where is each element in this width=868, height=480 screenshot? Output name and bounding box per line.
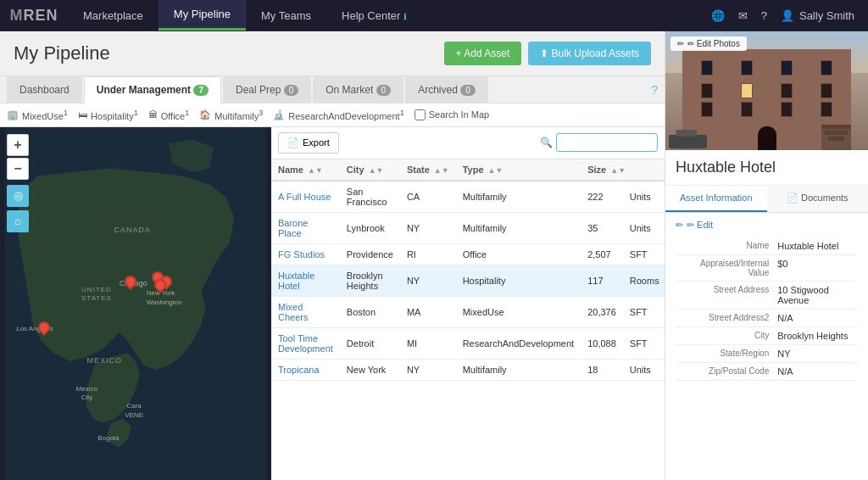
tab-documents[interactable]: 📄 Documents xyxy=(767,186,869,212)
table-row[interactable]: Tropicana New York NY Multifamily 18 Uni… xyxy=(271,359,665,380)
bogota-label: Bogotá xyxy=(97,434,119,442)
state-cell: MI xyxy=(400,327,456,359)
tab-on-market[interactable]: On Market 0 xyxy=(313,76,403,103)
tab-deal-prep[interactable]: Deal Prep 0 xyxy=(223,76,311,103)
asset-name-link[interactable]: A Full House xyxy=(278,192,331,202)
search-icon: 🔍 xyxy=(540,137,553,148)
filter-search-map[interactable]: Search In Map xyxy=(415,109,490,120)
state-cell: NY xyxy=(400,212,456,243)
unit-cell: SFT xyxy=(623,296,665,327)
canada-label: CANADA xyxy=(114,226,151,234)
search-input[interactable] xyxy=(556,133,658,152)
map-controls: + − ◎ ⌂ xyxy=(7,134,29,232)
right-panel-tabs: Asset Information 📄 Documents xyxy=(665,186,868,213)
filter-mixed-use[interactable]: 🏢 MixedUse1 xyxy=(7,109,68,121)
info-row: Name Huxtable Hotel xyxy=(676,237,858,255)
unit-cell: SFT xyxy=(623,327,665,359)
tab-archived[interactable]: Archived 0 xyxy=(405,76,488,103)
edit-photos-button[interactable]: ✏ ✏ Edit Photos xyxy=(670,36,747,51)
table-row[interactable]: Mixed Cheers Boston MA MixedUse 20,376 S… xyxy=(271,296,665,327)
field-label: Name xyxy=(676,237,776,255)
filter-hospitality[interactable]: 🛏 Hospitality1 xyxy=(78,109,138,121)
filter-row: 🏢 MixedUse1 🛏 Hospitality1 🏛 Office1 🏠 M… xyxy=(0,103,665,127)
col-city[interactable]: City ▲▼ xyxy=(340,159,400,181)
table-row[interactable]: FG Studios Providence RI Office 2,507 SF… xyxy=(271,243,665,265)
tab-help-icon[interactable]: ? xyxy=(651,83,658,97)
nav-help-center[interactable]: Help Center ℹ xyxy=(326,0,422,31)
help-icon[interactable]: ? xyxy=(761,9,767,22)
nav-marketplace[interactable]: Marketplace xyxy=(68,0,159,31)
search-map-checkbox[interactable] xyxy=(415,109,426,120)
user-icon: 👤 xyxy=(781,9,794,22)
ny-label: New YorkWashington xyxy=(147,289,182,307)
home-button[interactable]: ⌂ xyxy=(7,210,29,232)
filter-office[interactable]: 🏛 Office1 xyxy=(148,109,190,121)
asset-name-link[interactable]: Tool Time Development xyxy=(278,333,333,354)
field-value: $0 xyxy=(776,255,858,282)
mail-icon[interactable]: ✉ xyxy=(738,9,748,22)
home-icon: 🏠 xyxy=(199,109,211,120)
table-row[interactable]: A Full House San Francisco CA Multifamil… xyxy=(271,181,665,213)
map-area: CANADA UNITEDSTATES Chicago New YorkWash… xyxy=(0,127,271,480)
us-label: UNITEDSTATES xyxy=(81,286,112,304)
field-value: Brooklyn Heights xyxy=(776,327,858,345)
map-background: CANADA UNITEDSTATES Chicago New YorkWash… xyxy=(0,127,271,480)
col-state[interactable]: State ▲▼ xyxy=(400,159,456,181)
table-row[interactable]: Barone Place Lynbrook NY Multifamily 35 … xyxy=(271,212,665,243)
field-label: Street Address2 xyxy=(676,310,776,327)
right-panel: ✏ ✏ Edit Photos Huxtable Hotel Asset Inf… xyxy=(665,31,868,480)
user-menu[interactable]: 👤 Sally Smith xyxy=(781,9,854,22)
export-button[interactable]: 📄 Export xyxy=(278,132,339,153)
size-cell: 117 xyxy=(581,265,623,296)
city-cell: Boston xyxy=(340,296,400,327)
city-cell: Lynbrook xyxy=(340,212,400,243)
asset-name-link[interactable]: Barone Place xyxy=(278,218,308,238)
field-value: Huxtable Hotel xyxy=(776,237,858,255)
main-layout: My Pipeline + Add Asset ⬆ Bulk Upload As… xyxy=(0,31,868,480)
asset-name-link[interactable]: Huxtable Hotel xyxy=(278,271,314,291)
size-cell: 10,088 xyxy=(581,327,623,359)
col-name[interactable]: Name ▲▼ xyxy=(271,159,340,181)
city-cell: Detroit xyxy=(340,327,400,359)
filter-multifamily[interactable]: 🏠 Multifamily3 xyxy=(199,109,263,121)
sort-state-arrows: ▲▼ xyxy=(434,166,449,175)
document-icon: 📄 xyxy=(787,193,801,203)
mexico-city-label: MexicoCity xyxy=(76,385,97,403)
state-cell: NY xyxy=(400,265,456,296)
table-row[interactable]: Tool Time Development Detroit MI Researc… xyxy=(271,327,665,359)
mexico-label: MEXICO xyxy=(86,356,122,365)
field-label: Street Address xyxy=(676,282,776,310)
globe-icon[interactable]: 🌐 xyxy=(711,9,725,22)
city-cell: New York xyxy=(340,359,400,380)
content-area: CANADA UNITEDSTATES Chicago New YorkWash… xyxy=(0,127,665,480)
type-cell: Multifamily xyxy=(456,359,581,380)
top-navigation: MREN Marketplace My Pipeline My Teams He… xyxy=(0,0,868,31)
tab-dashboard[interactable]: Dashboard xyxy=(7,76,82,103)
nav-my-pipeline[interactable]: My Pipeline xyxy=(159,0,246,31)
location-button[interactable]: ◎ xyxy=(7,185,29,207)
info-row: Street Address2 N/A xyxy=(676,310,858,327)
app-logo: MREN xyxy=(0,0,68,31)
city-cell: Brooklyn Heights xyxy=(340,265,400,296)
building-icon: 🏢 xyxy=(7,109,19,120)
asset-name-link[interactable]: Mixed Cheers xyxy=(278,302,308,322)
bulk-upload-button[interactable]: ⬆ Bulk Upload Assets xyxy=(528,42,651,65)
table-row[interactable]: Huxtable Hotel Brooklyn Heights NY Hospi… xyxy=(271,265,665,296)
zoom-in-button[interactable]: + xyxy=(7,134,29,156)
col-type[interactable]: Type ▲▼ xyxy=(456,159,581,181)
filter-research[interactable]: 🔬 ResearchAndDevelopment1 xyxy=(273,109,403,121)
tab-asset-information[interactable]: Asset Information xyxy=(665,186,767,212)
col-size[interactable]: Size ▲▼ xyxy=(581,159,665,181)
zoom-out-button[interactable]: − xyxy=(7,158,29,180)
nav-my-teams[interactable]: My Teams xyxy=(246,0,326,31)
sort-size-arrows: ▲▼ xyxy=(610,166,626,175)
tab-under-management[interactable]: Under Management 7 xyxy=(84,76,221,103)
info-row: State/Region NY xyxy=(676,345,858,363)
header-buttons: + Add Asset ⬆ Bulk Upload Assets xyxy=(444,42,651,65)
add-asset-button[interactable]: + Add Asset xyxy=(444,42,522,65)
edit-link[interactable]: ✏ ✏ Edit xyxy=(676,220,858,231)
size-cell: 35 xyxy=(581,212,623,243)
asset-name-link[interactable]: Tropicana xyxy=(278,365,320,375)
page-title: My Pipeline xyxy=(14,42,110,64)
asset-name-link[interactable]: FG Studios xyxy=(278,249,325,260)
